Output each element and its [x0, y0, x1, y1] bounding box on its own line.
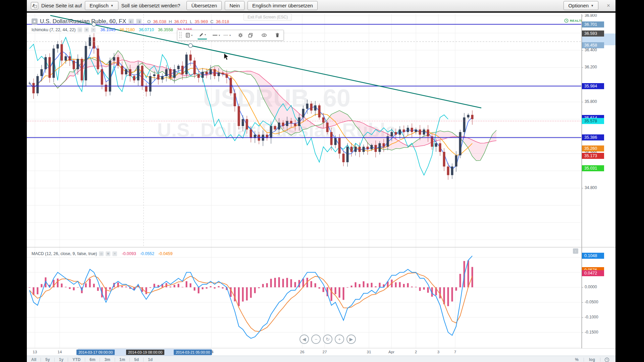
ichimoku-label: Ichimoku (7, 22, 44, 22) [32, 27, 75, 32]
duplicate-button[interactable] [246, 31, 255, 40]
axis-tick [582, 50, 583, 51]
log-scale-button[interactable]: log [584, 357, 600, 362]
axis-tick [582, 287, 583, 288]
reset-view-button[interactable]: ↻ [323, 335, 332, 344]
session-clock-button[interactable] [600, 357, 615, 362]
macd-label: MACD (12, 26, close, 9, false, true) [32, 251, 97, 256]
chevron-down-icon: ▾ [219, 34, 220, 37]
axis-tick-label: -0.1000 [585, 315, 598, 319]
range-button-all[interactable]: All [27, 357, 41, 362]
duplicate-icon [248, 33, 253, 38]
scroll-right-button[interactable]: ▶ [346, 335, 356, 344]
ohlc-value: 36.038 [153, 19, 166, 24]
trash-button[interactable] [273, 31, 282, 40]
time-axis-badge: 2014-03-17 09:00:00 [76, 350, 115, 355]
translate-button[interactable]: Übersetzen [186, 1, 222, 10]
no-button[interactable]: Nein [225, 1, 245, 10]
time-tick-label: 13 [33, 350, 37, 354]
zoom-out-button[interactable]: − [311, 335, 321, 344]
thick-line-icon [212, 33, 218, 38]
indicator-value: 36.0710 [139, 27, 154, 32]
symbol-header: ★ U.S. Dollar/Russian Ruble, 60, FX ◧ ◨ … [32, 18, 229, 25]
axis-price-badge: 35.578 [582, 118, 604, 124]
macd-legend: MACD (12, 26, close, 9, false, true) ◎ ✱… [32, 251, 172, 256]
gear-icon[interactable]: ✱ [106, 251, 110, 256]
range-button-5y[interactable]: 5y [41, 357, 54, 362]
gear-button[interactable] [236, 31, 245, 40]
clock-icon [604, 357, 609, 362]
range-button-ytd[interactable]: YTD [68, 357, 85, 362]
scroll-left-button[interactable]: ◀ [300, 335, 309, 344]
range-button-1d[interactable]: 1d [144, 357, 157, 362]
symbol-title: U.S. Dollar/Russian Ruble, 60, FX [40, 18, 126, 25]
eye-button[interactable] [259, 31, 269, 40]
ohlc-label: L [190, 19, 192, 24]
range-button-6m[interactable]: 6m [85, 357, 100, 362]
time-axis[interactable]: 131424262731Apr2372014-03-17 09:00:00201… [27, 348, 615, 356]
price-axis[interactable]: 36.80036.40036.20035.80035.20034.80036.7… [582, 14, 615, 247]
axis-tick [582, 317, 583, 318]
indicator-value: 36.1045 [100, 27, 115, 32]
translate-icon [31, 2, 38, 9]
clock-icon [564, 18, 569, 23]
ohlc-value: 36.018 [216, 19, 229, 24]
macd-pane[interactable] [27, 247, 581, 348]
range-button-1m[interactable]: 1m [115, 357, 129, 362]
zoom-in-button[interactable]: + [335, 335, 344, 344]
chevron-down-icon: ▼ [111, 4, 114, 7]
main-price-pane[interactable] [27, 14, 581, 247]
eye-icon[interactable]: ◎ [99, 251, 104, 256]
axis-price-badge: 35.386 [582, 134, 604, 140]
axis-price-badge: 36.458 [582, 42, 604, 48]
time-tick-label: 3 [437, 350, 439, 354]
indicator-value: 36.2180 [120, 27, 135, 32]
gear-icon[interactable]: ✱ [84, 27, 89, 32]
eye-icon[interactable]: ◎ [77, 27, 82, 32]
indicator-value: -0.0093 [122, 251, 136, 256]
thin-line-icon [223, 33, 229, 38]
time-tick-label: 14 [58, 350, 62, 354]
macd-axis[interactable]: 0.0000-0.0500-0.1000-0.15000.10480.05760… [582, 247, 615, 348]
indicator-value: -0.0459 [158, 251, 172, 256]
options-dropdown[interactable]: Optionen ▼ [564, 1, 598, 10]
thin-line-button[interactable]: ▾ [222, 31, 232, 40]
axis-price-badge: 0.0472 [582, 270, 604, 276]
pencil-button[interactable]: ▾ [198, 31, 207, 40]
ohlc-label: H [169, 19, 172, 24]
range-button-5d[interactable]: 5d [130, 357, 143, 362]
thick-line-button[interactable]: ▾ [211, 31, 221, 40]
axis-tick [582, 16, 583, 16]
chart-style-icon[interactable]: ◧ [128, 19, 134, 24]
axis-tick [582, 67, 583, 68]
range-button-1y[interactable]: 1y [55, 357, 68, 362]
symbol-flag-icon[interactable]: ★ [32, 18, 38, 24]
always-translate-button[interactable]: Englisch immer übersetzen [248, 1, 318, 10]
indicator-value: -0.0552 [140, 251, 154, 256]
ohlc-label: O [147, 19, 151, 24]
ohlc-value: 36.071 [174, 19, 187, 24]
browser-fullscreen-app: Diese Seite ist auf Englisch ▼ Soll sie … [27, 0, 615, 362]
time-tick-label: 31 [367, 350, 371, 354]
percent-scale-button[interactable]: % [570, 357, 584, 362]
pencil-icon [199, 32, 204, 38]
time-axis-badge: 2014-03-21 05:00:00 [174, 350, 212, 355]
chevron-down-icon: ▾ [191, 34, 193, 37]
trash-icon [275, 33, 280, 38]
close-infobar-icon[interactable]: × [607, 2, 610, 9]
template-button[interactable]: ▾ [184, 31, 194, 40]
close-icon[interactable]: ✕ [112, 251, 117, 256]
close-icon[interactable]: ✕ [91, 27, 96, 32]
compare-icon[interactable]: ◨ [136, 19, 142, 24]
axis-price-badge: 35.173 [582, 153, 604, 159]
language-dropdown[interactable]: Englisch ▼ [85, 1, 118, 10]
gear-icon [238, 33, 243, 38]
range-button-3m[interactable]: 3m [100, 357, 114, 362]
move-pane-up-button[interactable]: ↑ [573, 248, 578, 254]
axis-tick-label: 36.800 [585, 14, 597, 18]
chevron-down-icon: ▾ [205, 33, 206, 36]
axis-price-badge: 36.593 [582, 31, 604, 37]
axis-tick-label: 36.200 [585, 65, 597, 69]
exit-fullscreen-tooltip: Exit Full Screen (ESC) [244, 13, 292, 21]
axis-tick [582, 333, 583, 333]
toolbar-drag-handle[interactable] [179, 32, 182, 39]
